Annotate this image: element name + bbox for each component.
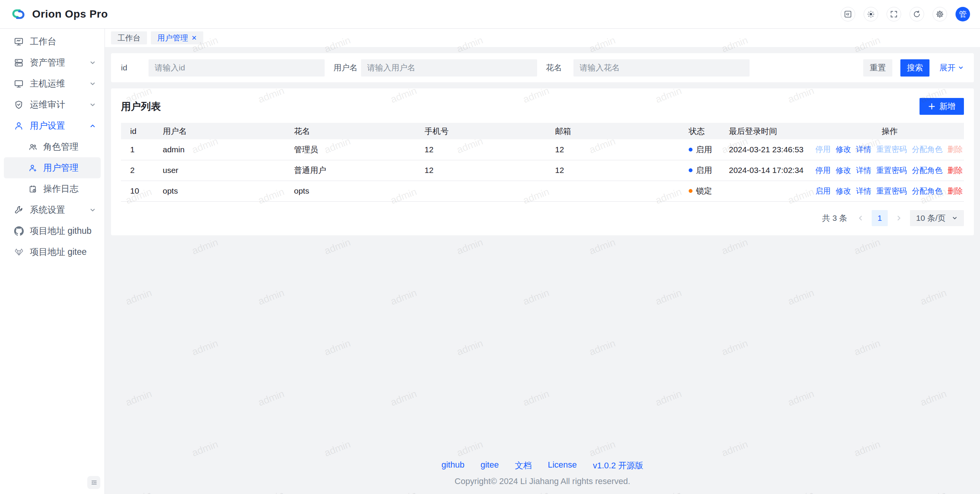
sidebar-item-label: 角色管理 <box>43 141 96 153</box>
cell-mobile: 12 <box>415 160 546 181</box>
expand-toggle[interactable]: 展开 <box>939 62 964 73</box>
collapse-sidebar-button[interactable] <box>87 476 100 489</box>
table-header-row: id 用户名 花名 手机号 邮箱 状态 最后登录时间 操作 <box>121 123 964 139</box>
search-field-nickname: 花名 <box>546 59 750 77</box>
tab-user-management[interactable]: 用户管理 ✕ <box>151 31 203 44</box>
assign-role-link[interactable]: 分配角色 <box>912 186 942 196</box>
tab-label: 用户管理 <box>157 33 188 43</box>
sidebar-item-label: 资产管理 <box>30 57 89 68</box>
chevron-down-icon <box>89 59 96 66</box>
footer-link-docs[interactable]: 文档 <box>515 460 532 471</box>
tab-workbench[interactable]: 工作台 <box>111 31 147 44</box>
close-icon[interactable]: ✕ <box>191 35 197 41</box>
field-label: id <box>121 63 149 72</box>
detail-link[interactable]: 详情 <box>856 165 871 176</box>
footer-link-gitee[interactable]: gitee <box>480 460 499 471</box>
chevron-left-icon <box>857 215 864 222</box>
sidebar-item-operation-log[interactable]: 操作日志 <box>0 178 105 199</box>
disable-link[interactable]: 停用 <box>815 165 831 176</box>
edit-link[interactable]: 修改 <box>836 186 851 196</box>
assign-role-link[interactable]: 分配角色 <box>912 165 942 176</box>
pagination-total: 共 3 条 <box>822 213 847 223</box>
field-label: 用户名 <box>333 62 361 73</box>
chevron-down-icon <box>89 101 96 108</box>
edit-link[interactable]: 修改 <box>836 165 851 176</box>
next-page-button[interactable] <box>893 210 905 226</box>
edit-link[interactable]: 修改 <box>836 144 851 155</box>
user-list-card: 用户列表 新增 id <box>111 88 974 235</box>
footer-link-version[interactable]: v1.0.2 开源版 <box>593 460 644 471</box>
add-user-label: 新增 <box>939 101 956 112</box>
roles-icon <box>28 142 38 152</box>
prev-page-button[interactable] <box>855 210 866 226</box>
column-header-mobile: 手机号 <box>415 123 546 139</box>
sidebar-item-label: 项目地址 gitee <box>30 246 96 258</box>
header-actions: 管 <box>841 7 970 21</box>
sidebar-item-label: 主机运维 <box>30 78 89 90</box>
reset-password-link: 重置密码 <box>876 144 907 155</box>
id-input[interactable] <box>149 59 325 77</box>
brightness-button[interactable] <box>864 7 878 21</box>
settings-button[interactable] <box>933 7 947 21</box>
reset-button[interactable]: 重置 <box>863 59 892 77</box>
wrench-icon <box>14 205 24 215</box>
sidebar-item-system-settings[interactable]: 系统设置 <box>0 199 105 220</box>
fullscreen-button[interactable] <box>887 7 901 21</box>
page-size-select[interactable]: 10 条/页 <box>910 210 964 226</box>
sidebar-item-workbench[interactable]: 工作台 <box>0 31 105 52</box>
gitee-icon <box>14 247 24 257</box>
cell-status: 锁定 <box>679 181 720 201</box>
sidebar-item-label: 用户设置 <box>30 120 89 132</box>
table-row: 10 opts opts 锁定 <box>121 181 964 201</box>
reset-password-link[interactable]: 重置密码 <box>876 186 907 196</box>
sidebar-item-ops-audit[interactable]: 运维审计 <box>0 94 105 115</box>
sidebar-item-user-settings[interactable]: 用户设置 <box>0 115 105 136</box>
code-preview-button[interactable] <box>841 7 855 21</box>
cell-status: 启用 <box>679 139 720 160</box>
status-text: 启用 <box>696 165 712 176</box>
refresh-button[interactable] <box>910 7 924 21</box>
cell-last-login: 2024-03-14 17:02:34 <box>720 160 815 181</box>
detail-link[interactable]: 详情 <box>856 144 871 155</box>
delete-link[interactable]: 删除 <box>947 165 963 176</box>
sidebar-item-host-ops[interactable]: 主机运维 <box>0 73 105 94</box>
cell-last-login <box>720 181 815 201</box>
footer-link-license[interactable]: License <box>548 460 577 471</box>
enable-link[interactable]: 启用 <box>815 186 831 196</box>
sidebar-item-github-link[interactable]: 项目地址 github <box>0 220 105 241</box>
detail-link[interactable]: 详情 <box>856 186 871 196</box>
chevron-down-icon <box>958 65 964 71</box>
disable-link: 停用 <box>815 144 831 155</box>
logo-icon <box>10 6 27 23</box>
cell-nickname: 普通用户 <box>285 160 415 181</box>
footer-link-github[interactable]: github <box>441 460 464 471</box>
delete-link[interactable]: 删除 <box>947 186 963 196</box>
menu-fold-icon <box>90 479 98 486</box>
chevron-down-icon <box>89 80 96 87</box>
sidebar-item-label: 运维审计 <box>30 99 89 111</box>
sidebar-item-role-management[interactable]: 角色管理 <box>0 136 105 157</box>
search-card: id 用户名 花名 重置 搜索 展开 <box>111 53 974 82</box>
sidebar-item-gitee-link[interactable]: 项目地址 gitee <box>0 241 105 262</box>
sidebar-item-assets[interactable]: 资产管理 <box>0 52 105 73</box>
nickname-input[interactable] <box>573 59 750 77</box>
add-user-button[interactable]: 新增 <box>920 98 964 115</box>
dashboard-icon <box>14 37 24 47</box>
cell-username: opts <box>154 181 285 201</box>
card-title: 用户列表 <box>121 100 161 113</box>
delete-link: 删除 <box>947 144 963 155</box>
table-row: 1 admin 管理员 12 12 启用 2024-03-21 23:46:53 <box>121 139 964 160</box>
reset-password-link[interactable]: 重置密码 <box>876 165 907 176</box>
avatar-text: 管 <box>959 9 967 20</box>
copyright-text: Copyright© 2024 Li Jiahang All rights re… <box>111 476 974 486</box>
page-number-1[interactable]: 1 <box>872 210 888 226</box>
search-button[interactable]: 搜索 <box>900 59 929 77</box>
cell-email: 12 <box>546 139 679 160</box>
username-input[interactable] <box>361 59 537 77</box>
cell-last-login: 2024-03-21 23:46:53 <box>720 139 815 160</box>
column-header-actions: 操作 <box>815 123 964 139</box>
sidebar-item-user-management[interactable]: 用户管理 <box>4 157 101 178</box>
assets-icon <box>14 58 24 68</box>
audit-icon <box>14 100 24 110</box>
avatar[interactable]: 管 <box>956 7 970 21</box>
